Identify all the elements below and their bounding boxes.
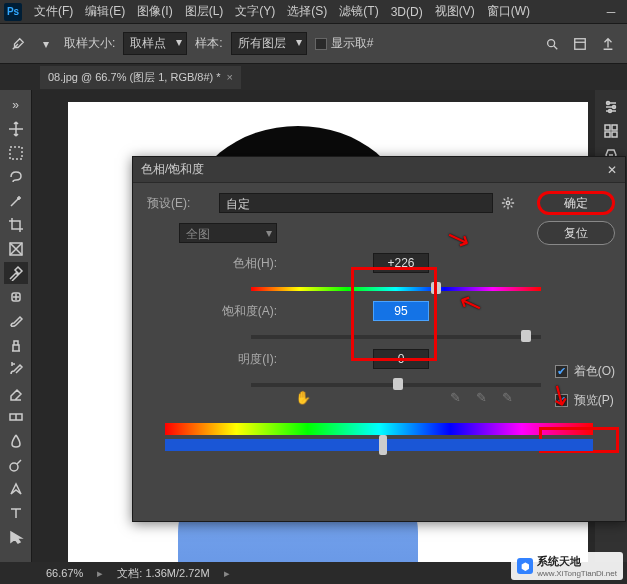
magic-wand-tool[interactable] <box>4 190 28 212</box>
sample-size-value: 取样点 <box>130 36 166 50</box>
watermark-title: 系统天地 <box>537 555 581 567</box>
gradient-tool[interactable] <box>4 406 28 428</box>
menu-view[interactable]: 视图(V) <box>429 1 481 22</box>
document-tab[interactable]: 08.jpg @ 66.7% (图层 1, RGB/8#) * × <box>40 66 241 89</box>
svg-point-14 <box>506 201 510 205</box>
channel-select[interactable]: 全图 <box>179 223 277 243</box>
minimize-button[interactable]: ─ <box>599 3 623 21</box>
lightness-label: 明度(I): <box>147 351 277 368</box>
svg-rect-12 <box>605 132 610 137</box>
blur-tool[interactable] <box>4 430 28 452</box>
menu-edit[interactable]: 编辑(E) <box>79 1 131 22</box>
sample-select[interactable]: 所有图层 <box>231 32 307 55</box>
healing-tool[interactable] <box>4 286 28 308</box>
document-tab-title: 08.jpg @ 66.7% (图层 1, RGB/8#) * <box>48 70 221 85</box>
chevron-right-icon[interactable]: ▸ <box>97 567 103 580</box>
menu-3d[interactable]: 3D(D) <box>385 3 429 21</box>
preset-select[interactable]: 自定 <box>219 193 493 213</box>
svg-rect-2 <box>10 147 22 159</box>
ok-label: 确定 <box>564 195 588 212</box>
svg-rect-13 <box>612 132 617 137</box>
history-brush-tool[interactable] <box>4 358 28 380</box>
sample-size-select[interactable]: 取样点 <box>123 32 187 55</box>
swatches-icon[interactable] <box>599 120 623 142</box>
move-tool[interactable] <box>4 118 28 140</box>
hand-icon[interactable]: ✋ <box>295 389 311 405</box>
colorize-label: 着色(O) <box>574 363 615 380</box>
svg-rect-1 <box>575 38 586 49</box>
menu-select[interactable]: 选择(S) <box>281 1 333 22</box>
crop-tool[interactable] <box>4 214 28 236</box>
marquee-tool[interactable] <box>4 142 28 164</box>
options-bar: ▾ 取样大小: 取样点 样本: 所有图层 显示取# <box>0 24 627 64</box>
gear-icon[interactable] <box>501 196 515 210</box>
svg-rect-11 <box>612 125 617 130</box>
hue-label: 色相(H): <box>147 255 277 272</box>
annotation-highlight <box>351 267 437 361</box>
watermark-logo: ⬢ <box>517 558 533 574</box>
dialog-titlebar[interactable]: 色相/饱和度 ✕ <box>133 157 625 183</box>
sample-label: 样本: <box>195 35 222 52</box>
zoom-level[interactable]: 66.67% <box>46 567 83 579</box>
eyedropper-tool[interactable] <box>4 262 28 284</box>
chevron-right-icon[interactable]: ▸ <box>224 567 230 580</box>
menu-bar: Ps 文件(F) 编辑(E) 图像(I) 图层(L) 文字(Y) 选择(S) 滤… <box>0 0 627 24</box>
path-select-tool[interactable] <box>4 526 28 548</box>
dialog-title: 色相/饱和度 <box>141 161 204 178</box>
layout-icon[interactable] <box>569 33 591 55</box>
menu-window[interactable]: 窗口(W) <box>481 1 536 22</box>
hand-tool-icon[interactable]: ✋ <box>295 389 311 405</box>
eyedropper-icon[interactable]: ✎ <box>447 389 463 405</box>
saturation-label: 饱和度(A): <box>147 303 277 320</box>
left-toolbar: » <box>0 90 32 562</box>
sample-size-label: 取样大小: <box>64 35 115 52</box>
ok-button[interactable]: 确定 <box>537 191 615 215</box>
channel-value: 全图 <box>186 227 210 241</box>
menu-filter[interactable]: 滤镜(T) <box>333 1 384 22</box>
eyedropper-icon <box>8 34 28 54</box>
double-arrow-icon[interactable]: » <box>4 94 28 116</box>
hue-saturation-dialog: 色相/饱和度 ✕ 预设(E): 自定 确定 复位 全图 色相(H): 饱和度(A… <box>132 156 626 522</box>
result-spectrum <box>165 439 593 451</box>
adjustments-icon[interactable] <box>599 96 623 118</box>
svg-rect-10 <box>605 125 610 130</box>
svg-point-0 <box>548 39 555 46</box>
watermark-url: www.XiTongTianDi.net <box>537 569 617 578</box>
dialog-body: 预设(E): 自定 确定 复位 全图 色相(H): 饱和度(A): 明度(I): <box>133 183 625 469</box>
preview-label: 预览(P) <box>574 392 614 409</box>
dodge-tool[interactable] <box>4 454 28 476</box>
document-tabs: 08.jpg @ 66.7% (图层 1, RGB/8#) * × <box>0 64 627 90</box>
ps-logo: Ps <box>4 3 22 21</box>
doc-size: 文档: 1.36M/2.72M <box>117 566 209 581</box>
checkbox-icon[interactable] <box>315 38 327 50</box>
hue-spectrum <box>165 423 593 435</box>
preset-value: 自定 <box>226 197 250 211</box>
window-controls: ─ <box>599 3 623 21</box>
eraser-tool[interactable] <box>4 382 28 404</box>
menu-image[interactable]: 图像(I) <box>131 1 178 22</box>
eyedropper-plus-icon[interactable]: ✎ <box>473 389 489 405</box>
chevron-down-icon[interactable]: ▾ <box>36 34 56 54</box>
clone-tool[interactable] <box>4 334 28 356</box>
preset-label: 预设(E): <box>147 195 211 212</box>
show-sampling-label: 显示取# <box>331 35 374 52</box>
eyedropper-minus-icon[interactable]: ✎ <box>499 389 515 405</box>
show-sampling-option[interactable]: 显示取# <box>315 35 374 52</box>
brush-tool[interactable] <box>4 310 28 332</box>
close-tab-icon[interactable]: × <box>227 71 233 83</box>
close-icon[interactable]: ✕ <box>607 163 617 177</box>
menu-type[interactable]: 文字(Y) <box>229 1 281 22</box>
frame-tool[interactable] <box>4 238 28 260</box>
share-icon[interactable] <box>597 33 619 55</box>
watermark: ⬢ 系统天地 www.XiTongTianDi.net <box>511 552 623 580</box>
search-icon[interactable] <box>541 33 563 55</box>
sample-value: 所有图层 <box>238 36 286 50</box>
menu-layer[interactable]: 图层(L) <box>179 1 230 22</box>
pen-tool[interactable] <box>4 478 28 500</box>
lasso-tool[interactable] <box>4 166 28 188</box>
type-tool[interactable] <box>4 502 28 524</box>
svg-point-6 <box>10 463 18 471</box>
menu-file[interactable]: 文件(F) <box>28 1 79 22</box>
